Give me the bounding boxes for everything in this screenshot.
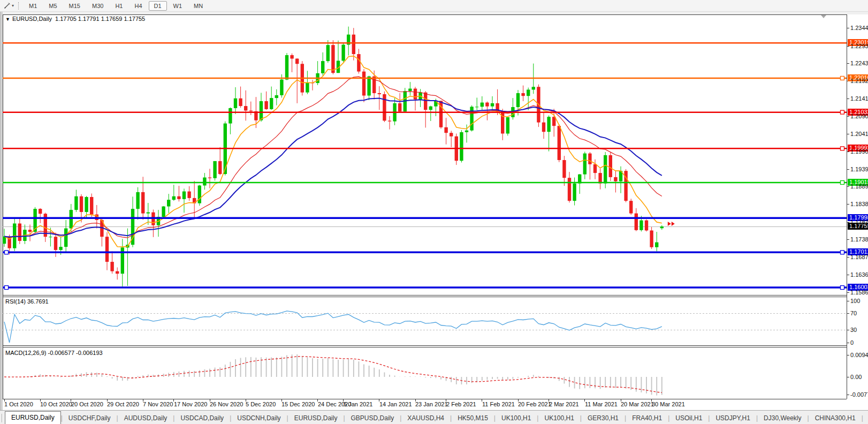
date-axis-label: 2 Feb 2021 <box>446 401 476 407</box>
chart-tab-uk100-h1[interactable]: UK100,H1 <box>538 413 580 424</box>
line-anchor[interactable] <box>5 251 9 254</box>
chart-tab-audusd-daily[interactable]: AUDUSD,Daily <box>118 413 173 424</box>
terminal-window: ▾ M1M5M15M30H1H4D1W1MN ▼EURUSD,Daily 1.1… <box>0 0 868 424</box>
date-axis-label: 20 Mar 2021 <box>621 401 654 407</box>
chart-tab-fra40-h1[interactable]: FRA40,H1 <box>626 413 668 424</box>
price-axis-tick: 1.16870 <box>850 254 868 260</box>
chart-tab-eurusd-daily[interactable]: EURUSD,Daily <box>288 413 344 424</box>
price-axis-tick: 1.18385 <box>850 201 868 207</box>
tabbar-grip <box>2 414 3 422</box>
chart-tab-usdjpy-h1[interactable]: USDJPY,H1 <box>710 413 756 424</box>
price-axis-tick: 1.20905 <box>850 113 868 119</box>
chart-ohlc-values: 1.17705 1.17791 1.17659 1.17755 <box>55 16 145 22</box>
symbol-tabs: EURUSD,Daily|USDCHF,Daily|AUDUSD,Daily|U… <box>5 411 868 424</box>
date-axis-label: 30 Mar 2021 <box>652 401 685 407</box>
chart-tab-ger30-h1[interactable]: GER30,H1 <box>582 413 625 424</box>
chart-tab-china300-h1[interactable]: CHINA300,H1 <box>809 413 862 424</box>
date-axis-label: 20 Feb 2021 <box>518 401 551 407</box>
line-anchor[interactable] <box>841 110 844 114</box>
date-axis-label: 15 Dec 2020 <box>281 401 315 407</box>
collapse-icon[interactable]: ▼ <box>5 17 10 22</box>
rsi-axis-tick: 30 <box>850 327 857 333</box>
macd-indicator-label: MACD(12,26,9) -0.006577 -0.006193 <box>5 350 103 356</box>
rsi-indicator-label: RSI(14) 36.7691 <box>5 298 49 305</box>
chart-tab-usdcnh-daily[interactable]: USDCNH,Daily <box>231 413 286 424</box>
price-axis-tick: 1.19900 <box>850 148 868 155</box>
price-axis-tick: 1.23440 <box>850 25 868 31</box>
date-axis-label: 20 Oct 2020 <box>71 401 103 407</box>
chart-tab-usdcad-daily[interactable]: USDCAD,Daily <box>174 413 230 424</box>
price-axis-tick: 1.16360 <box>850 271 868 278</box>
price-axis-tick: 1.17875 <box>850 219 868 225</box>
macd-axis-tick: 0.009478 <box>850 352 868 358</box>
chart-tab-u[interactable]: U <box>863 413 868 424</box>
rsi-axis-tick: 0 <box>850 339 854 346</box>
rsi-axis-tick: 70 <box>850 310 857 316</box>
date-axis-label: 14 Jan 2021 <box>379 401 412 407</box>
price-axis-tick: 1.21415 <box>850 95 868 102</box>
chart-tab-usoil-h1[interactable]: USOil,H1 <box>669 413 708 424</box>
chart-symbol-period: EURUSD,Daily <box>12 16 52 22</box>
macd-axis-tick: -0.00777 <box>850 391 868 398</box>
date-axis-label: 7 Nov 2020 <box>143 401 173 407</box>
date-axis-label: 26 Nov 2020 <box>210 401 243 407</box>
date-axis-label: 10 Oct 2020 <box>40 401 72 407</box>
chart-tab-eurusd-daily[interactable]: EURUSD,Daily <box>5 411 61 424</box>
chart-tab-dj30-weekly[interactable]: DJ30,Weekly <box>758 413 807 424</box>
price-axis-tick: 1.19390 <box>850 166 868 172</box>
line-anchor[interactable] <box>841 76 844 80</box>
line-anchor[interactable] <box>841 180 844 184</box>
symbol-tab-bar: EURUSD,Daily|USDCHF,Daily|AUDUSD,Daily|U… <box>0 410 868 424</box>
price-axis-tick: 1.22930 <box>850 43 868 49</box>
rsi-axis-tick: 100 <box>850 298 860 304</box>
date-axis-label: 23 Jan 2021 <box>415 401 448 407</box>
price-axis-tick: 1.21925 <box>850 78 868 84</box>
price-axis-tick: 1.17380 <box>850 236 868 243</box>
date-axis-label: 5 Jan 2021 <box>344 401 372 407</box>
price-axis-tick: 1.18895 <box>850 183 868 190</box>
price-axis-tick: 1.20410 <box>850 131 868 137</box>
chart-tab-gbpusd-daily[interactable]: GBPUSD,Daily <box>345 413 400 424</box>
chart-tab-hk50-m15[interactable]: HK50,M15 <box>452 413 494 424</box>
date-axis-label: 11 Feb 2021 <box>482 401 515 407</box>
line-anchor[interactable] <box>841 147 844 150</box>
price-axis-tick: 1.22435 <box>850 60 868 66</box>
chart-shift-marker[interactable] <box>821 15 826 18</box>
date-axis-label: 17 Nov 2020 <box>174 401 207 407</box>
line-anchor[interactable] <box>841 251 844 254</box>
date-axis-label: 1 Oct 2020 <box>4 401 33 407</box>
chart-tab-uk100-h1[interactable]: UK100,H1 <box>496 413 537 424</box>
chart-canvas[interactable] <box>0 0 868 411</box>
chart-tab-xauusd-h4[interactable]: XAUUSD,H4 <box>401 413 450 424</box>
date-axis-label: 29 Oct 2020 <box>107 401 139 407</box>
date-axis-label: 2 Mar 2021 <box>549 401 579 407</box>
macd-axis-tick: 0.00 <box>850 374 862 380</box>
date-axis-label: 5 Dec 2020 <box>246 401 276 407</box>
date-axis-label: 11 Mar 2021 <box>585 401 618 407</box>
price-axis-tick: 1.15865 <box>850 289 868 296</box>
line-anchor[interactable] <box>841 286 844 290</box>
chart-tab-usdchf-daily[interactable]: USDCHF,Daily <box>63 413 117 424</box>
chart-header: ▼EURUSD,Daily 1.17705 1.17791 1.17659 1.… <box>5 16 145 22</box>
line-anchor[interactable] <box>5 286 9 290</box>
